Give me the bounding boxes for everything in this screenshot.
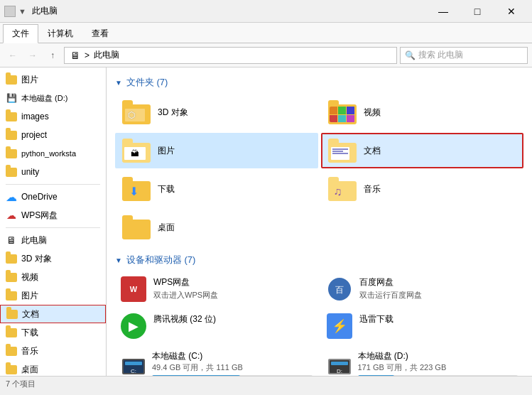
- drive-tencent-name: 腾讯视频 (32 位): [153, 313, 313, 325]
- folder-icon: [6, 111, 17, 122]
- search-placeholder: 搜索 此电脑: [418, 49, 463, 61]
- sidebar-item-wpsdisk[interactable]: ☁ WPS网盘: [0, 206, 106, 224]
- sidebar-item-desktop[interactable]: 桌面: [0, 360, 106, 376]
- divider1: [6, 184, 100, 185]
- sidebar-item-images[interactable]: images: [0, 107, 106, 126]
- pc-icon: 🖥: [6, 234, 17, 246]
- sidebar-label: project: [21, 130, 47, 140]
- folders-title: 文件夹 (7): [126, 76, 168, 89]
- drive-diskC[interactable]: C: 本地磁盘 (C:) 49.4 GB 可用，共 111 GB: [115, 346, 318, 376]
- sidebar-item-python[interactable]: python_worksta: [0, 144, 106, 163]
- folder-item-docs[interactable]: 文档: [321, 133, 524, 168]
- drive-diskD[interactable]: D: 本地磁盘 (D:) 171 GB 可用，共 223 GB: [321, 346, 524, 376]
- sidebar-item-docs[interactable]: 文档: [0, 305, 106, 323]
- drive-tencent[interactable]: ▶ 腾讯视频 (32 位): [115, 309, 318, 343]
- maximize-button[interactable]: □: [461, 1, 494, 21]
- sidebar-label: 图片: [21, 74, 38, 86]
- sidebar-item-disk-d-quick[interactable]: 💾 本地磁盘 (D:): [0, 89, 106, 107]
- drive-thunder[interactable]: ⚡ 迅雷下载: [321, 309, 524, 343]
- svg-text:D:: D:: [337, 368, 342, 374]
- baidu-icon: 百: [327, 276, 352, 302]
- main-layout: 图片 💾 本地磁盘 (D:) images project python_wor…: [0, 67, 532, 376]
- sidebar-label: python_worksta: [21, 149, 76, 158]
- svg-text:百: 百: [335, 285, 344, 295]
- up-button[interactable]: ↑: [44, 47, 61, 64]
- search-box[interactable]: 🔍 搜索 此电脑: [400, 47, 528, 64]
- sidebar-item-thispc[interactable]: 🖥 此电脑: [0, 231, 106, 249]
- svg-rect-8: [331, 362, 348, 365]
- folder-video-icon: [6, 271, 17, 283]
- drives-grid: W WPS网盘 双击进入WPS网盘 百 百度网盘 双击运行百度网盘: [115, 272, 523, 376]
- drive-wps-info: WPS网盘 双击进入WPS网盘: [153, 276, 313, 301]
- folder-download-icon: [6, 327, 17, 338]
- drive-wps[interactable]: W WPS网盘 双击进入WPS网盘: [115, 272, 318, 306]
- window-title: 此电脑: [32, 5, 58, 17]
- folder-name: 文档: [364, 145, 381, 157]
- drive-d-sub: 171 GB 可用，共 223 GB: [358, 362, 519, 373]
- folder-name: 3D 对象: [158, 107, 188, 119]
- address-path[interactable]: 🖥 > 此电脑: [64, 47, 397, 64]
- tab-file[interactable]: 文件: [3, 24, 38, 43]
- drive-d-info: 本地磁盘 (D:) 171 GB 可用，共 223 GB: [358, 350, 519, 376]
- disk-d-icon-large: D:: [327, 353, 352, 377]
- drive-baidu[interactable]: 百 百度网盘 双击运行百度网盘: [321, 272, 524, 306]
- minimize-button[interactable]: —: [427, 1, 460, 21]
- folder-name: 音乐: [364, 183, 381, 195]
- sidebar-label: 3D 对象: [21, 253, 52, 265]
- sidebar-item-pictures-quick[interactable]: 图片: [0, 70, 106, 89]
- folder-pictures-icon-large: 🏔: [122, 139, 151, 163]
- wps-icon: W: [121, 276, 146, 302]
- sidebar-label: 图片: [21, 290, 38, 302]
- folder-item-3d[interactable]: ⬡ 3D 对象: [115, 94, 318, 130]
- sidebar-item-download[interactable]: 下载: [0, 323, 106, 342]
- folder-music-icon: [6, 345, 17, 357]
- sidebar: 图片 💾 本地磁盘 (D:) images project python_wor…: [0, 67, 107, 376]
- sidebar-item-video[interactable]: 视频: [0, 268, 106, 286]
- drive-c-fill: [152, 375, 240, 376]
- drive-c-sub: 49.4 GB 可用，共 111 GB: [152, 362, 313, 373]
- sidebar-item-onedrive[interactable]: ☁ OneDrive: [0, 188, 106, 206]
- folder-icon: [6, 129, 17, 141]
- sidebar-label: 文档: [22, 308, 39, 320]
- tab-computer[interactable]: 计算机: [38, 24, 82, 43]
- sidebar-item-music[interactable]: 音乐: [0, 342, 106, 360]
- back-button[interactable]: ←: [4, 47, 21, 64]
- folder-item-pictures[interactable]: 🏔 图片: [115, 133, 318, 168]
- folder-video-icon-large: [328, 100, 357, 124]
- folder-name: 视频: [364, 107, 381, 119]
- sidebar-label: images: [21, 112, 49, 121]
- sidebar-item-unity[interactable]: unity: [0, 163, 106, 181]
- forward-button[interactable]: →: [24, 47, 41, 64]
- pc-icon-addr: 🖥: [70, 50, 80, 61]
- drive-wps-name: WPS网盘: [153, 276, 313, 288]
- sidebar-item-pictures[interactable]: 图片: [0, 286, 106, 305]
- folder-icon: [6, 74, 17, 85]
- status-count: 7 个项目: [6, 379, 36, 389]
- folder-icon: [6, 166, 17, 178]
- folder-item-desktop[interactable]: 桌面: [115, 210, 318, 245]
- sidebar-item-project[interactable]: project: [0, 126, 106, 144]
- search-icon: 🔍: [405, 50, 416, 60]
- tab-view[interactable]: 查看: [82, 24, 118, 43]
- sidebar-label: 桌面: [21, 364, 38, 376]
- drive-d-row: D: 本地磁盘 (D:) 171 GB 可用，共 223 GB: [327, 350, 519, 376]
- folder-item-download[interactable]: ⬇ 下载: [115, 171, 318, 207]
- content-area: ▼ 文件夹 (7) ⬡ 3D 对象: [107, 67, 532, 376]
- svg-rect-4: [125, 362, 142, 365]
- app-icon: [4, 6, 16, 17]
- folder-item-music[interactable]: ♫ 音乐: [321, 171, 524, 207]
- drive-thunder-info: 迅雷下载: [359, 313, 519, 327]
- sidebar-item-3d[interactable]: 3D 对象: [0, 249, 106, 268]
- folder-3d-icon-large: ⬡: [122, 100, 151, 124]
- drive-d-progress: [358, 375, 519, 376]
- folder-item-video[interactable]: 视频: [321, 94, 524, 130]
- folder-music-icon-large: ♫: [328, 177, 357, 201]
- sidebar-label: 此电脑: [21, 234, 47, 247]
- drive-tencent-info: 腾讯视频 (32 位): [153, 313, 313, 327]
- folders-section-header: ▼ 文件夹 (7): [115, 76, 523, 89]
- address-location: 此电脑: [94, 49, 119, 61]
- address-bar: ← → ↑ 🖥 > 此电脑 🔍 搜索 此电脑: [0, 43, 532, 67]
- folder-3d-icon: [6, 253, 17, 264]
- close-button[interactable]: ✕: [495, 1, 528, 21]
- drive-c-row: C: 本地磁盘 (C:) 49.4 GB 可用，共 111 GB: [121, 350, 313, 376]
